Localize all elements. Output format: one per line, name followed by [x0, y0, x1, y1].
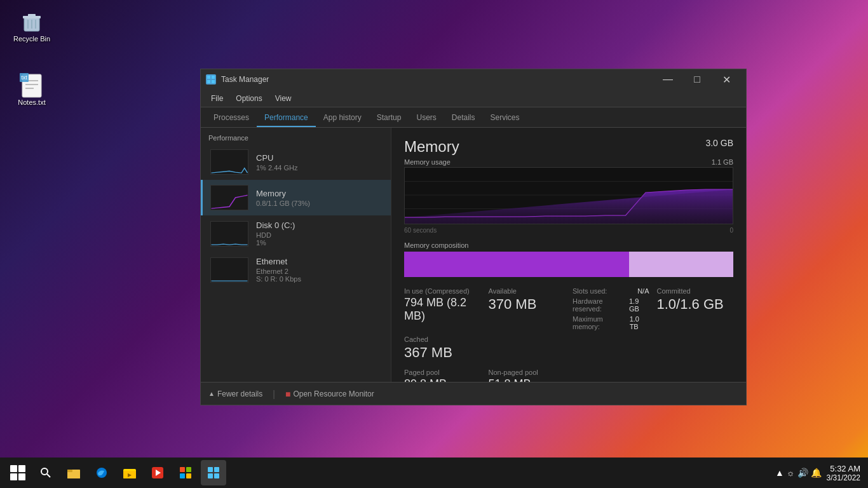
performance-sidebar: Performance CPU 1% 2.44 GHz: [201, 128, 391, 382]
available-value: 370 MB: [489, 296, 566, 313]
resource-monitor-icon: ■: [285, 389, 290, 399]
menu-bar: File Options View: [201, 90, 746, 107]
committed-value: 1.0/1.6 GB: [657, 296, 734, 313]
menu-options[interactable]: Options: [231, 92, 267, 105]
max-memory-row: Maximum memory: 1.0 TB: [573, 315, 649, 330]
sidebar-item-disk[interactable]: Disk 0 (C:) HDD 1%: [201, 215, 391, 252]
file-manager-button[interactable]: ▶: [117, 460, 142, 485]
store-button[interactable]: [173, 460, 198, 485]
task-manager-taskbar-button[interactable]: [201, 460, 226, 485]
start-button[interactable]: [5, 460, 31, 485]
tab-details[interactable]: Details: [444, 109, 483, 127]
taskbar-time: 5:32 AM: [827, 464, 860, 473]
ethernet-detail: Ethernet 2 S: 0 R: 0 Kbps: [256, 268, 383, 283]
tray-expand-icon[interactable]: ▲: [775, 468, 784, 478]
sidebar-item-cpu[interactable]: CPU 1% 2.44 GHz: [201, 144, 391, 180]
stat-non-paged: Non-paged pool 51.8 MB: [489, 369, 566, 382]
svg-rect-38: [214, 473, 219, 478]
svg-rect-35: [208, 467, 213, 472]
search-button[interactable]: [33, 460, 58, 485]
memory-name: Memory: [256, 189, 383, 198]
ethernet-name: Ethernet: [256, 257, 383, 266]
minimize-button[interactable]: —: [653, 69, 682, 90]
volume-icon[interactable]: 🔊: [797, 468, 808, 478]
open-resource-monitor-button[interactable]: ■ Open Resource Monitor: [285, 389, 374, 399]
recycle-bin-label: Recycle Bin: [13, 35, 50, 43]
notification-icon[interactable]: 🔔: [811, 468, 822, 478]
stats-grid: In use (Compressed) 794 MB (8.2 MB) Avai…: [404, 287, 733, 382]
media-player-button[interactable]: [145, 460, 170, 485]
window-title: Task Manager: [221, 75, 653, 84]
paged-pool-value: 89.8 MB: [404, 377, 481, 382]
menu-file[interactable]: File: [206, 92, 228, 105]
slots-row: Slots used: N/A: [573, 287, 649, 295]
panel-capacity: 3.0 GB: [705, 138, 733, 148]
main-content: Performance CPU 1% 2.44 GHz: [201, 128, 746, 382]
in-use-value: 794 MB (8.2 MB): [404, 296, 481, 323]
sidebar-item-ethernet[interactable]: Ethernet Ethernet 2 S: 0 R: 0 Kbps: [201, 252, 391, 288]
non-paged-value: 51.8 MB: [489, 377, 566, 382]
composition-bar: [404, 252, 733, 277]
memory-panel: Memory 3.0 GB Memory usage 1.1 GB: [391, 128, 746, 382]
tab-app-history[interactable]: App history: [316, 109, 369, 127]
menu-view[interactable]: View: [270, 92, 297, 105]
stat-committed: Committed 1.0/1.6 GB: [657, 287, 734, 330]
ethernet-mini-graph: [210, 257, 248, 283]
svg-point-20: [41, 468, 48, 475]
graph-time-left: 60 seconds: [404, 227, 437, 234]
usage-label-text: Memory usage: [404, 158, 451, 166]
tab-processes[interactable]: Processes: [206, 109, 257, 127]
slots-label: Slots used:: [573, 287, 607, 295]
stat-in-use: In use (Compressed) 794 MB (8.2 MB): [404, 287, 481, 330]
svg-rect-13: [212, 76, 215, 79]
sidebar-item-memory[interactable]: Memory 0.8/1.1 GB (73%): [201, 180, 391, 215]
network-icon[interactable]: ☼: [787, 468, 795, 478]
bottom-separator: |: [273, 389, 275, 399]
recycle-bin-icon: [19, 10, 44, 35]
hw-reserved-label: Hardware reserved:: [573, 297, 629, 313]
ethernet-info: Ethernet Ethernet 2 S: 0 R: 0 Kbps: [256, 257, 383, 283]
disk-detail: HDD 1%: [256, 231, 383, 247]
available-label: Available: [489, 287, 566, 295]
taskbar-date: 3/31/2022: [827, 473, 860, 482]
panel-title: Memory: [404, 138, 459, 156]
memory-mini-graph: [210, 185, 248, 210]
cached-value: 367 MB: [404, 344, 481, 361]
title-bar[interactable]: Task Manager — □ ✕: [201, 69, 746, 90]
comp-used-bar: [404, 252, 629, 277]
cpu-info: CPU 1% 2.44 GHz: [256, 153, 383, 172]
taskbar-left: ▶: [0, 460, 231, 485]
svg-rect-14: [207, 80, 210, 83]
svg-rect-24: [67, 470, 72, 472]
close-button[interactable]: ✕: [712, 69, 741, 90]
edge-button[interactable]: [89, 460, 114, 485]
stat-slots: Slots used: N/A Hardware reserved: 1.9 G…: [573, 287, 649, 330]
task-manager-window: Task Manager — □ ✕ File Options View Pro…: [200, 69, 747, 405]
fewer-details-button[interactable]: ▲ Fewer details: [208, 390, 262, 398]
memory-info: Memory 0.8/1.1 GB (73%): [256, 189, 383, 207]
disk-name: Disk 0 (C:): [256, 220, 383, 230]
file-explorer-button[interactable]: [61, 460, 86, 485]
system-tray-icons: ▲ ☼ 🔊 🔔: [775, 468, 822, 478]
clock[interactable]: 5:32 AM 3/31/2022: [827, 464, 860, 482]
tab-startup[interactable]: Startup: [369, 109, 409, 127]
usage-label: Memory usage 1.1 GB: [404, 158, 733, 166]
composition-label: Memory composition: [404, 241, 733, 249]
cpu-detail: 1% 2.44 GHz: [256, 164, 383, 172]
tab-services[interactable]: Services: [483, 109, 527, 127]
svg-rect-32: [186, 467, 191, 472]
desktop-icon-notes[interactable]: txt Notes.txt: [6, 70, 57, 109]
maximize-button[interactable]: □: [682, 69, 712, 90]
svg-rect-15: [212, 80, 215, 83]
tab-users[interactable]: Users: [409, 109, 444, 127]
windows-logo-icon: [10, 465, 25, 480]
panel-header: Memory 3.0 GB: [404, 138, 733, 156]
stat-paged: Paged pool 89.8 MB: [404, 369, 481, 382]
desktop-icon-recycle-bin[interactable]: Recycle Bin: [6, 6, 57, 46]
tab-performance[interactable]: Performance: [257, 109, 316, 127]
in-use-label: In use (Compressed): [404, 287, 481, 295]
taskbar: ▶: [0, 458, 868, 488]
chevron-up-icon: ▲: [208, 390, 215, 397]
search-icon: [40, 467, 51, 478]
tm-app-icon: [206, 74, 216, 85]
